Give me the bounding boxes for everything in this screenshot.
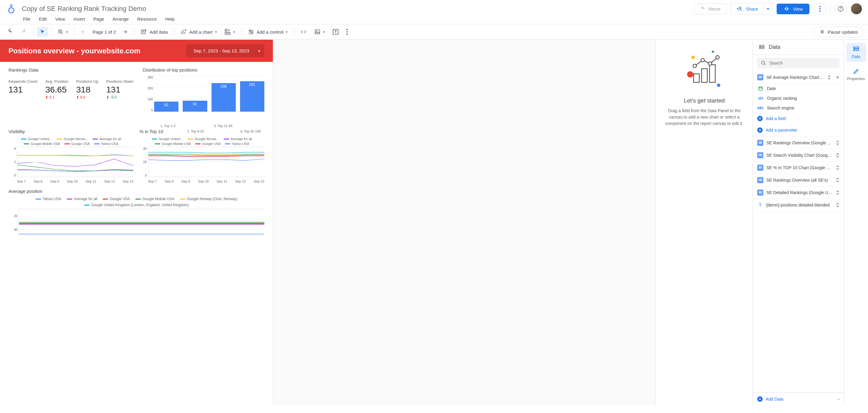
- add-parameter-link[interactable]: +Add a parameter: [753, 124, 844, 137]
- date-range-picker[interactable]: Sep 7, 2023 - Sep 13, 2023: [186, 44, 265, 57]
- pause-updates-button[interactable]: Pause updates: [813, 27, 864, 37]
- legend-item[interactable]: Google Mobile USA: [155, 142, 191, 145]
- legend-item[interactable]: Google United Kingdom (London, England, …: [84, 203, 189, 207]
- legend-item[interactable]: Google USA: [195, 142, 221, 145]
- bar-value-label: 91: [193, 102, 197, 106]
- legend-item[interactable]: Google USA: [102, 197, 130, 201]
- menu-help[interactable]: Help: [165, 16, 175, 22]
- collapse-icon: [827, 75, 831, 79]
- data-source-row[interactable]: SE Detailed Rankings (Google USA): [753, 186, 844, 199]
- legend-item[interactable]: Google Norway (Oslo, Norway): [180, 197, 237, 201]
- user-avatar[interactable]: [851, 3, 862, 14]
- distribution-bar-chart[interactable]: 3002001000 8291236251 1. Top 1-32. Top 4…: [143, 75, 265, 118]
- datasource-label: SE Search Visibility Chart (Google U…: [766, 153, 833, 158]
- embed-icon: [300, 29, 307, 35]
- legend-item[interactable]: Yahoo USA: [225, 142, 249, 145]
- bar[interactable]: 82: [154, 102, 179, 112]
- data-source-row[interactable]: SE Average Rankings Chart (Google …✕: [753, 71, 844, 84]
- looker-logo-icon: [6, 4, 17, 14]
- reset-button[interactable]: Reset: [694, 3, 726, 14]
- legend-swatch: [67, 199, 72, 200]
- field-row[interactable]: ABCSearch engine: [753, 103, 844, 113]
- image-button[interactable]: ▾: [311, 27, 328, 37]
- svg-point-25: [687, 71, 693, 78]
- data-source-row[interactable]: SE % In TOP 10 Chart (Google USA): [753, 162, 844, 174]
- more-options-button[interactable]: [814, 3, 826, 15]
- doc-title[interactable]: Copy of SE Ranking Rank Tracking Demo: [22, 5, 694, 13]
- svg-point-4: [819, 8, 820, 9]
- share-dropdown[interactable]: ▾: [764, 4, 772, 14]
- close-icon[interactable]: ✕: [836, 75, 839, 80]
- kpi-value: 318: [76, 85, 98, 95]
- legend-swatch: [180, 199, 185, 200]
- text-button[interactable]: [329, 27, 342, 37]
- add-data-button[interactable]: Add data: [137, 27, 171, 37]
- data-search-input[interactable]: [769, 61, 836, 66]
- data-source-row[interactable]: [demo] positions detailed blended: [753, 199, 844, 211]
- legend-item[interactable]: Google Mobile USA: [24, 142, 60, 145]
- select-tool[interactable]: [37, 27, 48, 37]
- legend-item[interactable]: Average for all: [224, 137, 252, 141]
- toolbar-more-button[interactable]: [343, 27, 351, 37]
- menu-edit[interactable]: Edit: [39, 16, 47, 22]
- getting-started-panel: Let's get started Drag a field from the …: [656, 40, 753, 405]
- legend-item[interactable]: Yahoo USA: [35, 197, 61, 201]
- rail-tab-data[interactable]: Data: [846, 43, 866, 62]
- undo-button[interactable]: [4, 27, 17, 37]
- avg-position-chart[interactable]: Yahoo USAAverage for allGoogle USAGoogle…: [8, 197, 265, 236]
- menu-resource[interactable]: Resource: [137, 16, 157, 22]
- data-panel: Data SE Average Rankings Chart (Google ……: [753, 40, 844, 405]
- menu-insert[interactable]: Insert: [73, 16, 85, 22]
- datasource-icon: [757, 165, 763, 171]
- legend-item[interactable]: Yahoo USA: [94, 142, 118, 145]
- report-canvas[interactable]: Positions overview - yourwebsite.com Sep…: [0, 40, 273, 405]
- bar[interactable]: 236: [212, 83, 236, 112]
- bar[interactable]: 251: [240, 81, 265, 112]
- add-chart-button[interactable]: Add a chart▾: [177, 27, 220, 37]
- field-row[interactable]: Date: [753, 84, 844, 93]
- data-source-row[interactable]: SE Rankings Overview (Google USA): [753, 137, 844, 149]
- embed-button[interactable]: [297, 27, 310, 36]
- chart-illustration-icon: [682, 49, 727, 91]
- legend-item[interactable]: Average for all: [93, 137, 121, 141]
- legend-item[interactable]: Google Mobile USA: [135, 197, 174, 201]
- community-viz-button[interactable]: ▾: [221, 27, 238, 37]
- bar[interactable]: 91: [183, 101, 207, 112]
- zoom-button[interactable]: ▾: [55, 27, 71, 37]
- add-field-link[interactable]: +Add a field: [753, 113, 844, 124]
- menu-page[interactable]: Page: [93, 16, 104, 22]
- field-row[interactable]: 123Organic ranking: [753, 93, 844, 103]
- legend-swatch: [24, 143, 29, 144]
- datasource-label: [demo] positions detailed blended: [766, 203, 833, 207]
- view-button[interactable]: View: [777, 4, 809, 14]
- legend-item[interactable]: Google USA: [64, 142, 90, 145]
- legend-item[interactable]: Average for all: [67, 197, 97, 201]
- add-data-button-footer[interactable]: + Add Data ›: [753, 392, 844, 405]
- rail-tab-properties[interactable]: Properties: [846, 65, 866, 84]
- svg-point-31: [701, 59, 704, 62]
- page-prev-button[interactable]: [78, 27, 90, 37]
- add-control-button[interactable]: Add a control▾: [245, 27, 291, 37]
- bar-value-label: 82: [164, 103, 168, 107]
- visibility-line-chart[interactable]: 420 Sep 7Sep 8Sep 9Sep 10Sep 11Sep 12Sep…: [8, 147, 133, 183]
- legend-swatch: [93, 139, 98, 139]
- legend-item[interactable]: Google United…: [152, 137, 183, 141]
- legend-item[interactable]: Google Norwa…: [57, 137, 88, 141]
- menu-file[interactable]: File: [23, 16, 30, 22]
- help-button[interactable]: [835, 3, 847, 15]
- legend-item[interactable]: Google Norwa…: [188, 137, 219, 141]
- pct-top10-line-chart[interactable]: 40200 Sep 7Sep 8Sep 9Sep 10Sep 11Sep 12S…: [140, 147, 265, 183]
- menu-arrange[interactable]: Arrange: [113, 16, 129, 22]
- menu-view[interactable]: View: [55, 16, 65, 22]
- page-next-button[interactable]: [119, 27, 131, 37]
- redo-button[interactable]: [18, 27, 30, 37]
- data-source-row[interactable]: SE Rankings Overview (all SE's): [753, 174, 844, 186]
- data-search[interactable]: [757, 58, 839, 68]
- legend-item[interactable]: Google United…: [21, 137, 53, 141]
- share-button[interactable]: Share: [731, 3, 764, 14]
- chevron-right-icon[interactable]: ›: [838, 397, 839, 402]
- datasource-icon: [757, 152, 763, 158]
- text-icon: ABC: [757, 106, 764, 110]
- svg-rect-29: [709, 65, 715, 82]
- data-source-row[interactable]: SE Search Visibility Chart (Google U…: [753, 149, 844, 162]
